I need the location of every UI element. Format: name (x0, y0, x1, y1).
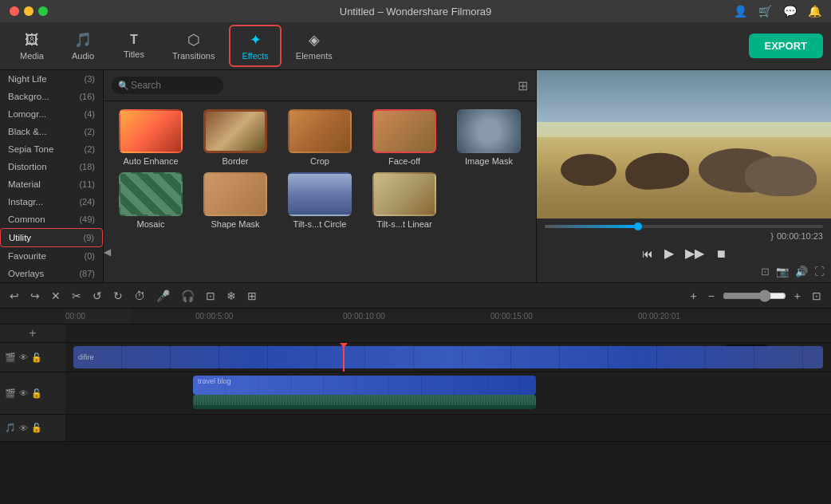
titlebar-icons: 👤 🛒 💬 🔔 (734, 5, 821, 18)
playhead[interactable] (343, 343, 345, 372)
effect-face-off[interactable]: Face-off (365, 109, 443, 166)
voiceover-button[interactable]: 🎤 (153, 288, 173, 304)
track-controls-audio: 🎵 👁 🔓 (0, 415, 65, 441)
toolbar-effects[interactable]: ✦ Effects (229, 25, 281, 67)
track-lock-icon2[interactable]: 🔓 (31, 388, 42, 399)
sidebar-item-label: Black &... (8, 127, 47, 136)
toolbar-transitions[interactable]: ⬡ Transitions (161, 26, 226, 65)
refresh-button[interactable]: ↻ (110, 288, 126, 304)
timecode: 00:00:10:23 (777, 231, 823, 241)
play-forward-button[interactable]: ▶▶ (685, 246, 704, 261)
sidebar-item-utility[interactable]: Utility (9) (0, 228, 103, 247)
progress-knob[interactable] (634, 222, 642, 230)
maximize-button[interactable] (38, 6, 48, 16)
effect-label-auto-enhance: Auto Enhance (123, 156, 178, 166)
export-button[interactable]: EXPORT (749, 33, 823, 58)
delete-button[interactable]: ✕ (48, 288, 64, 304)
progress-bar[interactable] (545, 225, 823, 228)
sidebar-item-lomography[interactable]: Lomogr... (4) (0, 105, 103, 123)
effect-thumb-border (203, 109, 267, 153)
timeline: ↩ ↪ ✕ ✂ ↺ ↻ ⏱ 🎤 🎧 ⊡ ❄ ⊞ + − + ⊡ 00:00 00… (0, 282, 831, 442)
add-track-button[interactable]: + (687, 288, 699, 304)
sidebar-item-count: (2) (85, 144, 95, 154)
sidebar-item-common[interactable]: Common (49) (0, 211, 103, 228)
effect-label-shape-mask: Shape Mask (211, 219, 259, 229)
fullscreen-icon[interactable]: ⛶ (814, 266, 825, 278)
sidebar-item-background[interactable]: Backgro... (16) (0, 88, 103, 105)
fit-timeline-button[interactable]: ⊡ (809, 288, 825, 304)
sidebar-item-black[interactable]: Black &... (2) (0, 123, 103, 140)
search-input[interactable] (112, 77, 223, 94)
sidebar-item-sepia[interactable]: Sepia Tone (2) (0, 140, 103, 158)
grid-view-icon[interactable]: ⊞ (518, 78, 528, 93)
video-clip-1[interactable]: difire (73, 346, 823, 368)
sidebar-item-label: Backgro... (8, 92, 49, 101)
track-lock-audio-icon[interactable]: 🔓 (31, 423, 42, 433)
effect-shape-mask[interactable]: Shape Mask (196, 172, 274, 229)
effect-tilt-circle[interactable]: Tilt-s...t Circle (281, 172, 359, 229)
sidebar-item-overlays[interactable]: Overlays (87) (0, 265, 103, 282)
effect-thumb-image-mask (457, 109, 521, 153)
more-button[interactable]: ⊞ (244, 288, 260, 304)
zoom-out-button[interactable]: − (705, 288, 718, 304)
sidebar-item-favourite[interactable]: Favourite (0) (0, 247, 103, 265)
effect-mosaic[interactable]: Mosaic (112, 172, 190, 229)
effect-thumb-auto-enhance (119, 109, 183, 153)
sidebar-item-count: (4) (85, 109, 95, 119)
add-video-track-button[interactable]: + (29, 326, 36, 341)
sidebar-item-label: Material (8, 179, 41, 189)
preview-video (537, 70, 831, 219)
audio-detach-button[interactable]: 🎧 (178, 288, 198, 304)
cart-icon[interactable]: 🛒 (758, 5, 772, 18)
zoom-slider[interactable] (723, 289, 786, 302)
track-visibility-icon2[interactable]: 👁 (19, 388, 28, 398)
effect-tilt-linear[interactable]: Tilt-s...t Linear (365, 172, 443, 229)
pip-icon[interactable]: ⊡ (761, 266, 770, 278)
redo-button[interactable]: ↪ (27, 288, 43, 304)
minimize-button[interactable] (24, 6, 33, 16)
stop-button[interactable]: ⏹ (715, 247, 727, 260)
track-lock-icon[interactable]: 🔓 (31, 352, 42, 363)
volume-icon[interactable]: 🔊 (795, 266, 808, 278)
rewind-button[interactable]: ↺ (89, 288, 105, 304)
effect-image-mask[interactable]: Image Mask (450, 109, 528, 166)
camera-icon[interactable]: 📷 (776, 266, 789, 278)
freeze-button[interactable]: ❄ (223, 288, 239, 304)
toolbar-audio[interactable]: 🎵 Audio (59, 26, 107, 65)
effect-crop[interactable]: Crop (281, 109, 359, 166)
traffic-lights (10, 6, 48, 16)
effect-border[interactable]: Border (196, 109, 274, 166)
step-back-button[interactable]: ⏮ (642, 247, 653, 260)
speed-button[interactable]: ⏱ (131, 288, 148, 304)
undo-button[interactable]: ↩ (6, 288, 22, 304)
sidebar-item-instagram[interactable]: Instagr... (24) (0, 193, 103, 211)
user-icon[interactable]: 👤 (734, 5, 747, 18)
titlebar: Untitled – Wondershare Filmora9 👤 🛒 💬 🔔 (0, 0, 831, 22)
transitions-label: Transitions (172, 51, 215, 61)
audio-clip[interactable] (193, 395, 536, 409)
sidebar-item-label: Favourite (8, 251, 46, 261)
toolbar-media[interactable]: 🖼 Media (8, 27, 56, 65)
split-button[interactable]: ✂ (69, 288, 85, 304)
effect-auto-enhance[interactable]: Auto Enhance (112, 109, 190, 166)
sidebar-item-material[interactable]: Material (11) (0, 175, 103, 193)
sidebar-item-label: Sepia Tone (8, 144, 53, 154)
sidebar-item-distortion[interactable]: Distortion (18) (0, 158, 103, 175)
sidebar: Night Life (3) Backgro... (16) Lomogr...… (0, 70, 104, 282)
collapse-panel-button[interactable]: ◀ (104, 246, 111, 258)
zoom-in-button[interactable]: + (791, 288, 804, 304)
toolbar-elements[interactable]: ◈ Elements (285, 26, 344, 65)
play-pause-button[interactable]: ▶ (664, 246, 674, 261)
track-visibility-icon[interactable]: 👁 (19, 352, 28, 362)
video-clip-2[interactable]: travel blog (193, 376, 536, 395)
pip-timeline-button[interactable]: ⊡ (203, 288, 219, 304)
sidebar-item-label: Distortion (8, 162, 47, 171)
bell-icon[interactable]: 🔔 (808, 5, 821, 18)
track-visibility-audio-icon[interactable]: 👁 (19, 423, 28, 433)
message-icon[interactable]: 💬 (783, 5, 797, 18)
timeline-ruler: 00:00 00:00:5:00 00:00:10:00 00:00:15:00… (0, 309, 831, 325)
sidebar-item-night-life[interactable]: Night Life (3) (0, 70, 103, 88)
toolbar-titles[interactable]: T Titles (110, 28, 158, 64)
close-button[interactable] (10, 6, 19, 16)
sidebar-item-count: (0) (85, 251, 95, 261)
